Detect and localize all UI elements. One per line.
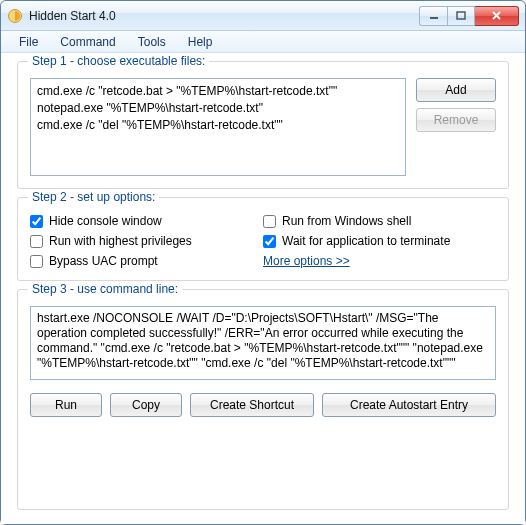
step3-label: Step 3 - use command line: (28, 282, 182, 296)
more-options-link[interactable]: More options >> (263, 254, 496, 268)
create-shortcut-button[interactable]: Create Shortcut (190, 393, 314, 417)
titlebar[interactable]: Hidden Start 4.0 (1, 1, 525, 31)
highest-priv-label: Run with highest privileges (49, 234, 192, 248)
wait-term-input[interactable] (263, 235, 276, 248)
copy-button[interactable]: Copy (110, 393, 182, 417)
bypass-uac-label: Bypass UAC prompt (49, 254, 158, 268)
wait-term-checkbox[interactable]: Wait for application to terminate (263, 234, 496, 248)
run-button[interactable]: Run (30, 393, 102, 417)
menu-file[interactable]: File (9, 33, 48, 51)
add-button[interactable]: Add (416, 78, 496, 102)
highest-priv-checkbox[interactable]: Run with highest privileges (30, 234, 263, 248)
menu-tools[interactable]: Tools (128, 33, 176, 51)
highest-priv-input[interactable] (30, 235, 43, 248)
maximize-icon (456, 11, 466, 21)
executable-listbox[interactable]: cmd.exe /c "retcode.bat > "%TEMP%\hstart… (30, 78, 406, 176)
close-icon (491, 10, 502, 21)
window-controls (419, 6, 519, 26)
close-button[interactable] (475, 6, 519, 26)
create-autostart-button[interactable]: Create Autostart Entry (322, 393, 496, 417)
menubar: File Command Tools Help (1, 31, 525, 53)
maximize-button[interactable] (447, 6, 475, 26)
app-window: Hidden Start 4.0 File Command Tools Help… (0, 0, 526, 525)
step2-label: Step 2 - set up options: (28, 190, 159, 204)
bypass-uac-checkbox[interactable]: Bypass UAC prompt (30, 254, 263, 268)
step2-group: Step 2 - set up options: Hide console wi… (17, 197, 509, 281)
step1-group: Step 1 - choose executable files: cmd.ex… (17, 61, 509, 189)
hide-console-input[interactable] (30, 215, 43, 228)
menu-command[interactable]: Command (50, 33, 125, 51)
bypass-uac-input[interactable] (30, 255, 43, 268)
step3-group: Step 3 - use command line: Run Copy Crea… (17, 289, 509, 510)
minimize-icon (429, 11, 439, 21)
svg-rect-1 (430, 17, 438, 19)
list-item[interactable]: notepad.exe "%TEMP%\hstart-retcode.txt" (37, 100, 399, 117)
hide-console-checkbox[interactable]: Hide console window (30, 214, 263, 228)
run-from-shell-label: Run from Windows shell (282, 214, 411, 228)
step1-label: Step 1 - choose executable files: (28, 54, 209, 68)
svg-rect-2 (457, 12, 465, 19)
minimize-button[interactable] (419, 6, 447, 26)
command-line-textarea[interactable] (30, 306, 496, 380)
hide-console-label: Hide console window (49, 214, 162, 228)
list-item[interactable]: cmd.exe /c "del "%TEMP%\hstart-retcode.t… (37, 117, 399, 134)
list-item[interactable]: cmd.exe /c "retcode.bat > "%TEMP%\hstart… (37, 83, 399, 100)
window-title: Hidden Start 4.0 (29, 9, 419, 23)
app-icon (7, 8, 23, 24)
remove-button[interactable]: Remove (416, 108, 496, 132)
run-from-shell-checkbox[interactable]: Run from Windows shell (263, 214, 496, 228)
run-from-shell-input[interactable] (263, 215, 276, 228)
content-area: Step 1 - choose executable files: cmd.ex… (1, 53, 525, 524)
menu-help[interactable]: Help (178, 33, 223, 51)
wait-term-label: Wait for application to terminate (282, 234, 450, 248)
